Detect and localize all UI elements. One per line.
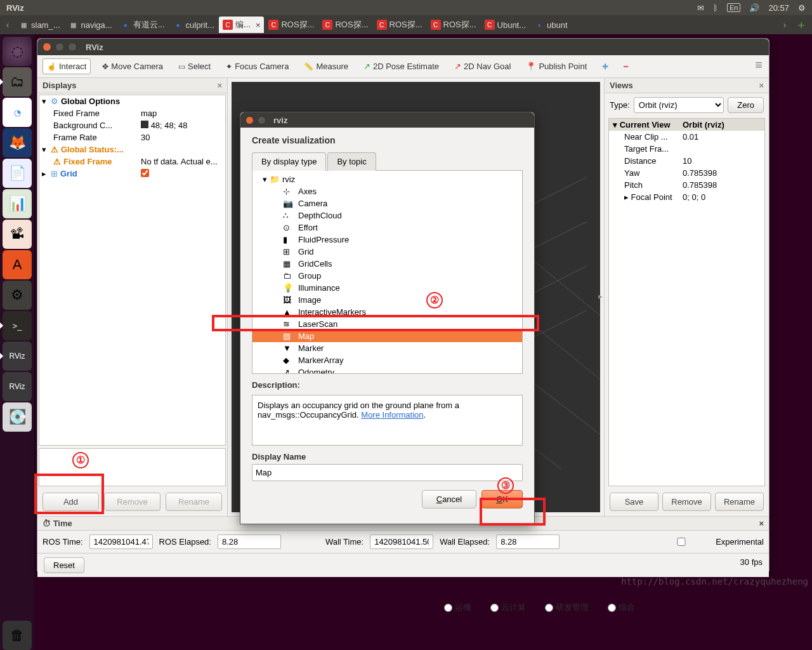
display-type-item[interactable]: 🗀Group — [252, 270, 522, 282]
more-info-link[interactable]: More Information — [361, 410, 423, 420]
wall-time-field[interactable] — [370, 534, 433, 549]
views-tree[interactable]: ▾ Current ViewOrbit (rviz) Near Clip ...… — [608, 118, 765, 486]
dialog-close-icon[interactable] — [246, 116, 254, 124]
dialog-titlebar[interactable]: rviz — [240, 112, 534, 128]
2d-nav-goal-tool[interactable]: ↗ 2D Nav Goal — [450, 59, 514, 74]
files-icon[interactable]: 🗂 — [3, 67, 32, 96]
category-radio[interactable]: 运维 — [444, 602, 471, 613]
remove-tool-button[interactable]: ━ — [620, 60, 632, 74]
chrome-icon[interactable]: ◔ — [3, 98, 32, 127]
display-type-item[interactable]: 📷Camera — [252, 197, 522, 209]
browser-tab[interactable]: ▦slam_... — [15, 17, 64, 33]
focus-camera-tool[interactable]: ✦ Focus Camera — [222, 59, 292, 74]
ros-elapsed-field[interactable] — [218, 534, 281, 549]
display-type-item[interactable]: ▮FluidPressure — [252, 234, 522, 246]
add-tool-button[interactable]: ✚ — [598, 60, 612, 74]
rename-display-button[interactable]: Rename — [166, 493, 222, 511]
browser-tab[interactable]: CUbunt... — [481, 17, 530, 33]
display-type-item[interactable]: ⊹Axes — [252, 185, 522, 197]
tab-by-topic[interactable]: By topic — [327, 152, 376, 171]
close-panel-icon[interactable]: × — [217, 81, 222, 90]
dialog-min-icon[interactable] — [258, 116, 266, 124]
display-type-item[interactable]: ▧Map — [252, 330, 522, 342]
reset-button[interactable]: Reset — [44, 557, 84, 573]
browser-tab[interactable]: ●ubunt — [530, 17, 572, 33]
display-type-item[interactable]: ▦GridCells — [252, 258, 522, 270]
zero-button[interactable]: Zero — [728, 97, 764, 113]
display-type-item[interactable]: ∴DepthCloud — [252, 209, 522, 222]
ok-button[interactable]: OK — [481, 490, 523, 508]
displays-tree[interactable]: ▾⚙ Global Options Fixed Framemap Backgro… — [39, 95, 226, 446]
select-tool[interactable]: ▭ Select — [174, 59, 214, 74]
rviz-launcher-icon[interactable]: RViz — [3, 342, 32, 371]
browser-tab[interactable]: C编...× — [219, 17, 264, 33]
browser-tab[interactable]: ▦naviga... — [65, 17, 116, 33]
trash-icon[interactable]: 🗑 — [3, 621, 32, 650]
display-name-input[interactable] — [252, 464, 523, 481]
display-type-item[interactable]: ⊞Grid — [252, 246, 522, 258]
tab-scroll-right[interactable]: › — [778, 20, 791, 30]
bluetooth-icon[interactable]: ᛒ — [713, 3, 718, 13]
hamburger-menu-icon[interactable]: ≡ — [755, 58, 763, 72]
browser-tab[interactable]: ●culprit... — [169, 17, 219, 33]
window-maximize-icon[interactable] — [68, 43, 77, 51]
window-minimize-icon[interactable] — [55, 43, 64, 51]
remove-view-button[interactable]: Remove — [662, 493, 711, 511]
grid-enable-checkbox[interactable] — [141, 169, 149, 177]
display-type-item[interactable]: ▼Marker — [252, 342, 522, 354]
firefox-icon[interactable]: 🦊 — [3, 128, 32, 157]
wall-elapsed-field[interactable] — [496, 534, 560, 549]
mail-icon[interactable]: ✉ — [697, 3, 704, 13]
display-type-tree[interactable]: ▾📁 rviz ⊹Axes📷Camera∴DepthCloud⊙Effort▮F… — [252, 171, 523, 374]
close-views-icon[interactable]: × — [759, 81, 764, 90]
writer-icon[interactable]: 📄 — [3, 159, 32, 188]
experimental-checkbox[interactable] — [650, 538, 713, 546]
clock[interactable]: 20:57 — [768, 3, 789, 13]
window-close-icon[interactable] — [43, 43, 51, 51]
display-type-item[interactable]: 🖼Image — [252, 294, 522, 306]
browser-tab[interactable]: CROS探... — [427, 17, 480, 33]
system-settings-icon[interactable]: ⚙ — [3, 281, 32, 310]
browser-tab[interactable]: ●有道云... — [117, 17, 169, 33]
rviz-launcher-icon-2[interactable]: RViz — [3, 372, 32, 401]
browser-tab[interactable]: CROS探... — [265, 17, 318, 33]
tab-by-display-type[interactable]: By display type — [252, 152, 326, 171]
cancel-button[interactable]: Cancel — [422, 490, 476, 508]
display-type-item[interactable]: ↗Odometry — [252, 366, 522, 374]
publish-point-tool[interactable]: 📍 Publish Point — [522, 59, 591, 74]
calc-icon[interactable]: 📊 — [3, 189, 32, 218]
terminal-icon[interactable]: >_ — [3, 311, 32, 340]
settings-gear-icon[interactable]: ⚙ — [798, 3, 806, 13]
rviz-titlebar[interactable]: RViz — [37, 39, 769, 55]
tab-close-icon[interactable]: × — [256, 20, 261, 30]
remove-display-button[interactable]: Remove — [104, 493, 160, 511]
viewport-expand-icon[interactable]: ▸ — [598, 291, 603, 301]
category-radio[interactable]: 综合 — [608, 602, 635, 613]
display-type-item[interactable]: ≋LaserScan — [252, 318, 522, 330]
display-type-item[interactable]: ◆MarkerArray — [252, 354, 522, 366]
display-type-item[interactable]: ⊙Effort — [252, 222, 522, 234]
dash-icon[interactable]: ◌ — [3, 37, 32, 66]
keyboard-lang-indicator[interactable]: En — [727, 3, 740, 12]
new-tab-button[interactable]: ＋ — [792, 17, 811, 32]
disk-icon[interactable]: 💽 — [3, 402, 32, 432]
impress-icon[interactable]: 📽 — [3, 220, 32, 249]
close-time-icon[interactable]: × — [759, 519, 764, 528]
browser-tab[interactable]: CROS探... — [373, 17, 426, 33]
volume-icon[interactable]: 🔊 — [749, 3, 759, 13]
tab-scroll-left[interactable]: ‹ — [1, 20, 14, 30]
2d-pose-estimate-tool[interactable]: ↗ 2D Pose Estimate — [360, 59, 443, 74]
ros-time-field[interactable] — [89, 534, 153, 549]
add-display-button[interactable]: Add — [43, 493, 99, 511]
interact-tool[interactable]: ☝ Interact — [43, 58, 91, 74]
save-view-button[interactable]: Save — [610, 493, 658, 511]
move-camera-tool[interactable]: ✥ Move Camera — [98, 59, 167, 74]
measure-tool[interactable]: 📏 Measure — [300, 59, 352, 74]
display-type-item[interactable]: 💡Illuminance — [252, 282, 522, 294]
rename-view-button[interactable]: Rename — [715, 493, 764, 511]
software-center-icon[interactable]: A — [3, 250, 32, 279]
view-type-select[interactable]: Orbit (rviz) — [634, 97, 724, 113]
display-type-item[interactable]: ▲InteractiveMarkers — [252, 306, 522, 318]
category-radio[interactable]: 云计算 — [490, 602, 526, 613]
browser-tab[interactable]: CROS探... — [318, 17, 372, 33]
